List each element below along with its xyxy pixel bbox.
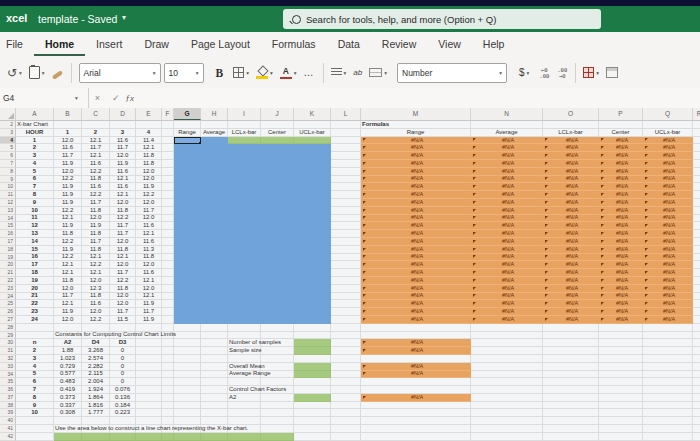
cell-Q24[interactable]: #N/A bbox=[643, 293, 693, 301]
column-header-L[interactable]: L bbox=[331, 108, 361, 120]
cell-G7[interactable] bbox=[174, 160, 201, 168]
cell-M42[interactable] bbox=[361, 433, 471, 441]
cell-A14[interactable]: 11 bbox=[16, 215, 54, 223]
cell-R18[interactable] bbox=[693, 246, 700, 254]
cell-Q25[interactable]: #N/A bbox=[643, 300, 693, 308]
cell-E17[interactable]: 11.6 bbox=[136, 238, 162, 246]
cell-L10[interactable] bbox=[331, 183, 361, 191]
cell-H29[interactable] bbox=[201, 332, 228, 340]
cell-J16[interactable] bbox=[261, 230, 294, 238]
cell-K34[interactable] bbox=[294, 371, 331, 379]
cell-A39[interactable]: 10 bbox=[16, 409, 54, 417]
cell-C5[interactable]: 11.7 bbox=[82, 144, 110, 152]
cell-K26[interactable] bbox=[294, 308, 331, 316]
cell-L17[interactable] bbox=[331, 238, 361, 246]
cell-I37[interactable]: A2 bbox=[228, 394, 261, 402]
cell-G15[interactable] bbox=[174, 222, 201, 230]
cell-B3[interactable]: 1 bbox=[54, 129, 82, 137]
cell-Q16[interactable]: #N/A bbox=[643, 230, 693, 238]
cell-H42[interactable] bbox=[201, 433, 228, 441]
cell-I14[interactable] bbox=[228, 215, 261, 223]
row-header-5[interactable]: 5 bbox=[0, 144, 16, 152]
cell-H30[interactable] bbox=[201, 339, 228, 347]
cell-H5[interactable] bbox=[201, 144, 228, 152]
cell-Q20[interactable]: #N/A bbox=[643, 261, 693, 269]
cell-C12[interactable]: 11.7 bbox=[82, 199, 110, 207]
cell-K13[interactable] bbox=[294, 207, 331, 215]
cell-R12[interactable] bbox=[693, 199, 700, 207]
cell-K10[interactable] bbox=[294, 183, 331, 191]
cell-J11[interactable] bbox=[261, 191, 294, 199]
column-header-K[interactable]: K bbox=[294, 108, 331, 120]
cell-R27[interactable] bbox=[693, 316, 700, 324]
cell-R9[interactable] bbox=[693, 176, 700, 184]
cell-G33[interactable] bbox=[174, 363, 201, 371]
cell-E33[interactable] bbox=[136, 363, 162, 371]
cell-J9[interactable] bbox=[261, 176, 294, 184]
cell-D3[interactable]: 3 bbox=[110, 129, 136, 137]
cell-M14[interactable]: #N/A bbox=[361, 215, 471, 223]
cell-Q8[interactable]: #N/A bbox=[643, 168, 693, 176]
cell-B23[interactable]: 12.0 bbox=[54, 285, 82, 293]
column-header-I[interactable]: I bbox=[228, 108, 261, 120]
column-header-D[interactable]: D bbox=[110, 108, 136, 120]
cell-Q34[interactable] bbox=[643, 371, 693, 379]
cell-H27[interactable] bbox=[201, 316, 228, 324]
cell-Q33[interactable] bbox=[643, 363, 693, 371]
cell-R17[interactable] bbox=[693, 238, 700, 246]
tab-file[interactable]: File bbox=[0, 33, 34, 56]
cell-L11[interactable] bbox=[331, 191, 361, 199]
cell-I4[interactable] bbox=[228, 137, 261, 145]
cell-C26[interactable]: 12.0 bbox=[82, 308, 110, 316]
cell-F18[interactable] bbox=[162, 246, 174, 254]
increase-decimal-button[interactable]: ←0 .00 bbox=[539, 67, 549, 79]
cell-A42[interactable] bbox=[16, 433, 54, 441]
cell-A16[interactable]: 13 bbox=[16, 230, 54, 238]
cell-B26[interactable]: 11.9 bbox=[54, 308, 82, 316]
cell-E10[interactable]: 11.9 bbox=[136, 183, 162, 191]
cell-Q21[interactable]: #N/A bbox=[643, 269, 693, 277]
cell-E16[interactable]: 12.1 bbox=[136, 230, 162, 238]
cell-L19[interactable] bbox=[331, 254, 361, 262]
cell-L41[interactable] bbox=[331, 425, 361, 433]
cell-O2[interactable] bbox=[543, 121, 599, 129]
cell-M7[interactable]: #N/A bbox=[361, 160, 471, 168]
cell-H35[interactable] bbox=[201, 378, 228, 386]
tab-help[interactable]: Help bbox=[472, 33, 516, 56]
cell-N16[interactable]: #N/A bbox=[471, 230, 543, 238]
cell-A27[interactable]: 24 bbox=[16, 316, 54, 324]
cell-E14[interactable]: 12.0 bbox=[136, 215, 162, 223]
cell-R29[interactable] bbox=[693, 332, 700, 340]
cell-O4[interactable]: #N/A bbox=[543, 137, 599, 145]
cell-B32[interactable]: 1.023 bbox=[54, 355, 82, 363]
cell-O29[interactable] bbox=[543, 332, 599, 340]
cell-K33[interactable] bbox=[294, 363, 331, 371]
cell-F11[interactable] bbox=[162, 191, 174, 199]
cell-P40[interactable] bbox=[599, 417, 643, 425]
cell-P27[interactable]: #N/A bbox=[599, 316, 643, 324]
cell-I9[interactable] bbox=[228, 176, 261, 184]
cell-P25[interactable]: #N/A bbox=[599, 300, 643, 308]
cell-K32[interactable] bbox=[294, 355, 331, 363]
cell-O25[interactable]: #N/A bbox=[543, 300, 599, 308]
cell-A35[interactable]: 6 bbox=[16, 378, 54, 386]
cell-A4[interactable]: 1 bbox=[16, 137, 54, 145]
cell-D10[interactable]: 11.6 bbox=[110, 183, 136, 191]
cell-D23[interactable]: 11.8 bbox=[110, 285, 136, 293]
cell-H18[interactable] bbox=[201, 246, 228, 254]
cell-J3[interactable]: Center bbox=[261, 129, 294, 137]
cell-O9[interactable]: #N/A bbox=[543, 176, 599, 184]
row-header-10[interactable]: 10 bbox=[0, 183, 16, 191]
cell-P24[interactable]: #N/A bbox=[599, 293, 643, 301]
cell-L34[interactable] bbox=[331, 371, 361, 379]
cell-D15[interactable]: 11.7 bbox=[110, 222, 136, 230]
cell-E36[interactable] bbox=[136, 386, 162, 394]
cell-C31[interactable]: 3.268 bbox=[82, 347, 110, 355]
row-header-41[interactable]: 41 bbox=[0, 425, 16, 433]
cell-B16[interactable]: 11.8 bbox=[54, 230, 82, 238]
cell-N22[interactable]: #N/A bbox=[471, 277, 543, 285]
cell-Q41[interactable] bbox=[643, 425, 693, 433]
cell-B27[interactable]: 12.0 bbox=[54, 316, 82, 324]
cell-C30[interactable]: D4 bbox=[82, 339, 110, 347]
cell-R10[interactable] bbox=[693, 183, 700, 191]
